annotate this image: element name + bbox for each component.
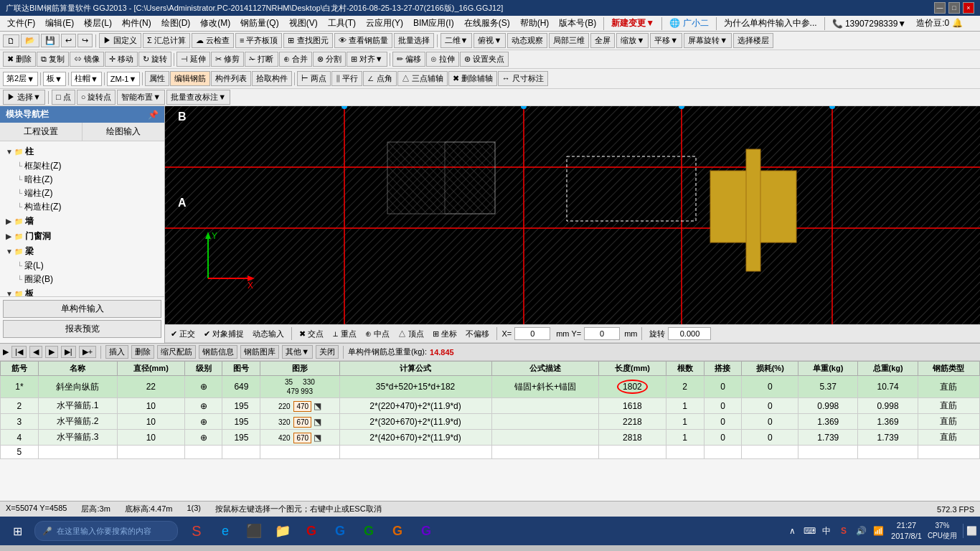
dt-scale-btn[interactable]: 缩尺配筋 xyxy=(157,345,196,359)
del-aux-btn[interactable]: ✖ 删除辅轴 xyxy=(448,71,497,86)
edit-rebar-btn[interactable]: 编辑钢筋 xyxy=(170,71,210,86)
single-component-input-btn[interactable]: 单构件输入 xyxy=(3,300,161,318)
maximize-button[interactable]: □ xyxy=(948,2,960,14)
rotate-input[interactable] xyxy=(668,327,711,340)
edit-btn[interactable]: ✏ 偏移 xyxy=(392,52,425,67)
data-table-wrapper[interactable]: 筋号 名称 直径(mm) 级别 图号 图形 计算公式 公式描述 长度(mm) 根… xyxy=(0,361,980,501)
select-floor-btn[interactable]: 选择楼层 xyxy=(733,33,773,48)
taskbar-network-icon[interactable]: 📶 xyxy=(871,524,885,538)
sidebar-draw-btn[interactable]: 绘图输入 xyxy=(83,123,164,141)
dynamic-view-btn[interactable]: 动态观察 xyxy=(507,33,547,48)
taskbar-icon-file[interactable]: 📁 xyxy=(270,518,296,544)
menu-help[interactable]: 帮助(H) xyxy=(516,16,554,31)
save-btn[interactable]: 💾 xyxy=(41,34,60,47)
taskbar-icon-g3[interactable]: G xyxy=(356,518,382,544)
setpoint-btn[interactable]: ⊛ 设置夹点 xyxy=(460,52,509,67)
type-select[interactable]: 板 ▼ xyxy=(43,72,66,86)
snap-duixiang[interactable]: ✔ 对象捕捉 xyxy=(201,327,247,341)
two-pts-btn[interactable]: ⊢ 两点 xyxy=(297,71,331,86)
find-elem-btn[interactable]: ⊞ 查找图元 xyxy=(283,33,332,48)
level-plate-btn[interactable]: ≡ 平齐板顶 xyxy=(235,33,282,48)
extend-btn[interactable]: ⊣ 延伸 xyxy=(176,52,210,67)
parallel-btn[interactable]: ∥ 平行 xyxy=(331,71,362,86)
undo-btn[interactable]: ↩ xyxy=(61,34,76,47)
menu-tools[interactable]: 工具(T) xyxy=(324,16,360,31)
snap-ding[interactable]: △ 顶点 xyxy=(395,327,427,341)
pt-angle-btn[interactable]: ∠ 点角 xyxy=(363,71,396,86)
taskbar-icon-app1[interactable]: S xyxy=(184,518,209,544)
screen-rotate-btn[interactable]: 屏幕旋转▼ xyxy=(684,33,732,48)
batch-mark-btn[interactable]: 批量查改标注▼ xyxy=(166,90,230,105)
menu-bim[interactable]: BIM应用(I) xyxy=(409,16,458,31)
snap-nopian[interactable]: 不偏移 xyxy=(463,327,492,341)
taskbar-lang-icon[interactable]: 中 xyxy=(819,524,834,538)
dt-delete-btn[interactable]: 删除 xyxy=(131,345,154,359)
dt-close-btn[interactable]: 关闭 xyxy=(316,345,339,359)
property-btn[interactable]: 属性 xyxy=(145,71,169,86)
menu-online[interactable]: 在线服务(S) xyxy=(460,16,514,31)
view-rebar-btn[interactable]: 👁 查看钢筋量 xyxy=(334,33,392,48)
dt-rebar-info-btn[interactable]: 钢筋信息 xyxy=(199,345,237,359)
dt-last-btn[interactable]: ▶| xyxy=(61,346,76,358)
y-input[interactable] xyxy=(584,327,620,340)
taskbar-icon-g4[interactable]: G xyxy=(385,518,410,544)
drawing-canvas[interactable]: B A Y X xyxy=(165,106,980,324)
mirror-btn[interactable]: ⇔ 镜像 xyxy=(70,52,104,67)
layer-select[interactable]: 第2层 ▼ xyxy=(3,72,38,86)
x-input[interactable] xyxy=(514,327,550,340)
dt-prev-btn[interactable]: ◀ xyxy=(29,346,42,358)
tree-item-quanliang[interactable]: └圈梁(B) xyxy=(14,273,161,286)
menu-guangxiao[interactable]: 🌐 广小二 xyxy=(665,16,712,31)
pick-component-btn[interactable]: 拾取构件 xyxy=(252,71,292,86)
dt-other-btn[interactable]: 其他▼ xyxy=(282,345,313,359)
taskbar-arrow-up-icon[interactable]: ∧ xyxy=(785,524,799,538)
component-list-btn[interactable]: 构件列表 xyxy=(211,71,251,86)
tree-mcd[interactable]: ▶ 📁 门窗洞 xyxy=(3,229,161,244)
menu-component[interactable]: 构件(N) xyxy=(118,16,156,31)
tree-item-gouzaozhu[interactable]: └构造柱(Z) xyxy=(14,200,161,214)
trim-btn[interactable]: ✂ 修剪 xyxy=(211,52,244,67)
snap-duan[interactable]: ⊥ 重点 xyxy=(329,327,359,341)
close-button[interactable]: × xyxy=(963,2,974,14)
taskbar-search[interactable]: 🎤 在这里输入你要搜索的内容 xyxy=(34,521,178,541)
menu-cloud[interactable]: 云应用(Y) xyxy=(362,16,407,31)
sidebar-pin-icon[interactable]: 📌 xyxy=(148,110,159,120)
pan-btn[interactable]: 平移▼ xyxy=(650,33,682,48)
copy-btn[interactable]: ⧉ 复制 xyxy=(37,52,69,67)
subtype-select[interactable]: 柱帽 ▼ xyxy=(71,72,102,86)
menu-draw[interactable]: 绘图(D) xyxy=(157,16,195,31)
menu-new-change[interactable]: 新建变更▼ xyxy=(607,16,659,31)
taskbar-icon-g5[interactable]: G xyxy=(413,518,439,544)
taskbar-icon-store[interactable]: ⬛ xyxy=(241,518,267,544)
taskbar-icon-g2[interactable]: G xyxy=(327,518,353,544)
rotate-pt-btn[interactable]: ○ 旋转点 xyxy=(77,90,116,105)
top-view-btn[interactable]: 俯视▼ xyxy=(473,33,506,48)
smart-layout-btn[interactable]: 智能布置▼ xyxy=(117,90,165,105)
snap-jiaodian[interactable]: ✖ 交点 xyxy=(296,327,326,341)
dt-insert-btn[interactable]: 插入 xyxy=(105,345,128,359)
dt-add-btn[interactable]: ▶+ xyxy=(79,346,96,358)
tree-item-kuangjiachu[interactable]: └框架柱(Z) xyxy=(14,159,161,173)
fullscreen-btn[interactable]: 全屏 xyxy=(590,33,615,48)
select-btn[interactable]: ▶ 选择▼ xyxy=(3,90,45,105)
tree-item-liang-l[interactable]: └梁(L) xyxy=(14,259,161,273)
menu-edit[interactable]: 编辑(E) xyxy=(41,16,78,31)
snap-dongtai[interactable]: 动态输入 xyxy=(250,327,287,341)
move-btn[interactable]: ✛ 移动 xyxy=(105,52,138,67)
snap-zhengjiajiao[interactable]: ✔ 正交 xyxy=(168,327,198,341)
new-btn[interactable]: 🗋 xyxy=(3,34,19,47)
delete-btn[interactable]: ✖ 删除 xyxy=(3,52,36,67)
2d-btn[interactable]: 二维▼ xyxy=(440,33,473,48)
dim-label-btn[interactable]: ↔ 尺寸标注 xyxy=(498,71,548,86)
menu-modify[interactable]: 修改(M) xyxy=(196,16,235,31)
taskbar-icon-ie[interactable]: e xyxy=(212,518,238,544)
tree-ban[interactable]: ▼ 📁 板 xyxy=(3,286,161,296)
tree-zhu[interactable]: ▼ 📁 柱 xyxy=(3,144,161,159)
break-btn[interactable]: ✁ 打断 xyxy=(245,52,278,67)
menu-price[interactable]: 造价豆:0 🔔 xyxy=(912,16,966,31)
menu-version[interactable]: 版本号(B) xyxy=(555,16,600,31)
open-btn[interactable]: 📂 xyxy=(21,34,39,47)
menu-view[interactable]: 视图(V) xyxy=(285,16,322,31)
local-3d-btn[interactable]: 局部三维 xyxy=(549,33,589,48)
rotate-btn[interactable]: ↻ 旋转 xyxy=(138,52,171,67)
